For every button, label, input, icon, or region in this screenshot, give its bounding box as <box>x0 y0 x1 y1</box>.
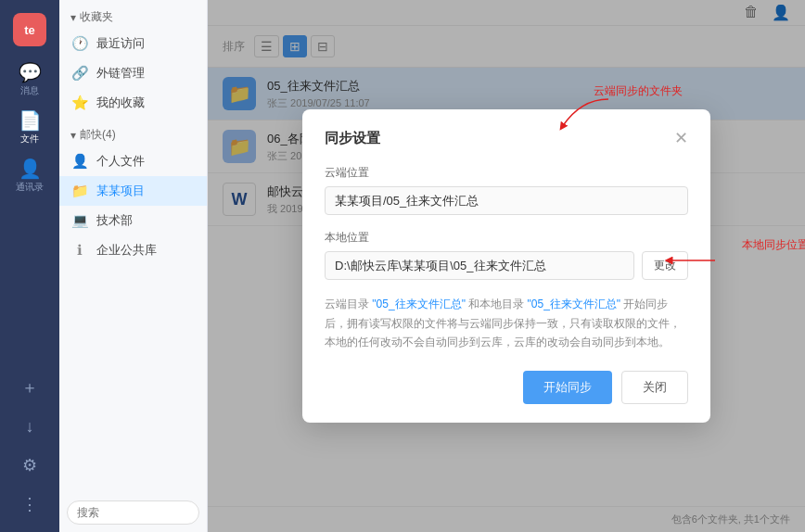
modal-description: 云端目录 "05_往来文件汇总" 和本地目录 "05_往来文件汇总" 开始同步后… <box>325 295 688 351</box>
modal-footer: 开始同步 关闭 <box>325 371 688 404</box>
sidebar-item-contacts[interactable]: 👤 通讯录 <box>7 154 52 198</box>
local-input[interactable] <box>325 251 634 280</box>
local-field: 本地位置 更改 <box>325 230 688 280</box>
highlight-cloud: "05_往来文件汇总" <box>372 298 466 310</box>
nav-item-tech[interactable]: 💻 技术部 <box>59 206 207 235</box>
sidebar-label-messages: 消息 <box>20 84 39 97</box>
avatar[interactable]: te <box>13 13 46 46</box>
contacts-icon: 👤 <box>19 159 42 178</box>
sidebar-bottom: ＋ ↓ ⚙ ⋮ <box>13 371 46 521</box>
main-content: 🗑 👤 排序 ☰ ⊞ ⊟ 📁 05_往来文件汇总 张三 2019/07/25 1… <box>208 0 805 532</box>
project-icon: 📁 <box>70 183 89 199</box>
nav-item-personal[interactable]: 👤 个人文件 <box>59 146 207 176</box>
annotation-cloud: 云端同步的文件夹 <box>594 83 683 99</box>
sidebar-item-messages[interactable]: 💬 消息 <box>7 57 52 102</box>
sidebar: te 💬 消息 📄 文件 👤 通讯录 ＋ ↓ ⚙ ⋮ <box>0 0 59 532</box>
nav-item-links[interactable]: 🔗 外链管理 <box>59 58 207 88</box>
favorites-arrow: ▾ <box>70 11 76 24</box>
annotation-cloud-arrow <box>543 95 618 132</box>
local-label: 本地位置 <box>325 230 688 246</box>
annotation-local: 本地同步位置设置 <box>742 237 805 253</box>
nav-item-recent[interactable]: 🕐 最近访问 <box>59 29 207 58</box>
change-button[interactable]: 更改 <box>642 251 688 280</box>
links-icon: 🔗 <box>70 65 89 82</box>
public-icon: ℹ <box>70 242 89 259</box>
sync-settings-modal: 同步设置 ✕ 云端位置 本地位置 更改 云端目录 "05_往来文件汇总" 和本地… <box>302 109 710 422</box>
modal-title: 同步设置 <box>325 130 380 147</box>
favorites-icon: ⭐ <box>70 95 89 111</box>
personal-icon: 👤 <box>70 153 89 170</box>
highlight-local: "05_往来文件汇总" <box>528 298 621 310</box>
cloud-input[interactable] <box>325 186 688 215</box>
more-button[interactable]: ⋮ <box>13 488 46 521</box>
nav-item-public[interactable]: ℹ 企业公共库 <box>59 235 207 265</box>
settings-button[interactable]: ⚙ <box>13 449 46 482</box>
nav-item-project[interactable]: 📁 某某项目 <box>59 176 207 206</box>
cloud-field: 云端位置 <box>325 165 688 215</box>
sidebar-label-files: 文件 <box>20 133 39 146</box>
email-section-title: ▾ 邮快(4) <box>59 118 207 146</box>
nav-item-favorites[interactable]: ⭐ 我的收藏 <box>59 88 207 118</box>
nav-search-wrap <box>59 493 207 532</box>
close-button[interactable]: 关闭 <box>621 371 688 404</box>
sidebar-label-contacts: 通讯录 <box>16 181 44 194</box>
email-arrow: ▾ <box>70 129 76 142</box>
favorites-section-title: ▾ 收藏夹 <box>59 0 207 29</box>
sidebar-item-files[interactable]: 📄 文件 <box>7 106 52 150</box>
download-button[interactable]: ↓ <box>13 410 46 443</box>
modal-overlay: 同步设置 ✕ 云端位置 本地位置 更改 云端目录 "05_往来文件汇总" 和本地… <box>208 0 805 532</box>
cloud-label: 云端位置 <box>325 165 688 181</box>
close-icon[interactable]: ✕ <box>674 128 688 148</box>
start-sync-button[interactable]: 开始同步 <box>523 371 612 404</box>
add-button[interactable]: ＋ <box>13 371 46 404</box>
files-icon: 📄 <box>19 111 42 130</box>
local-row: 更改 <box>325 251 688 280</box>
modal-header: 同步设置 ✕ <box>325 128 688 148</box>
nav-search-input[interactable] <box>67 500 199 525</box>
recent-icon: 🕐 <box>70 35 89 52</box>
nav-panel: ▾ 收藏夹 🕐 最近访问 🔗 外链管理 ⭐ 我的收藏 ▾ 邮快(4) 👤 个人文… <box>59 0 208 532</box>
tech-icon: 💻 <box>70 212 89 229</box>
messages-icon: 💬 <box>19 63 42 82</box>
